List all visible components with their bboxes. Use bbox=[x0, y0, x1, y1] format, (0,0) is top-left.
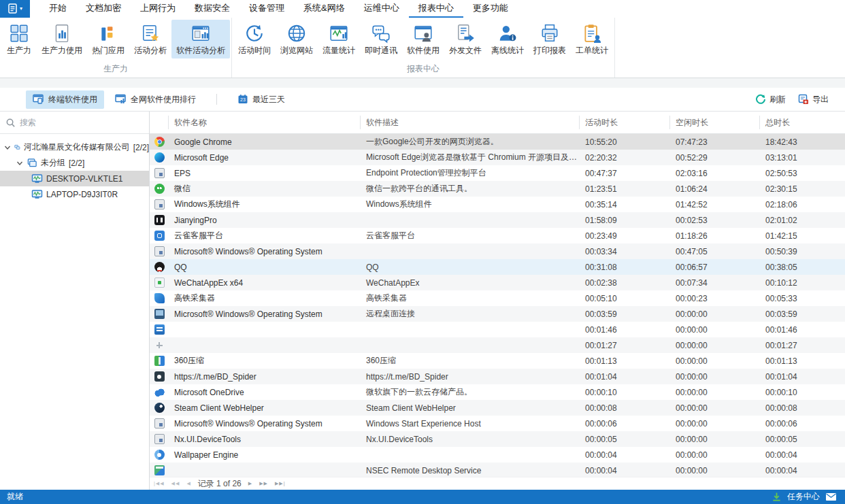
table-row[interactable]: Google Chrome 一款Google公司开发的网页浏览器。 10:55:… bbox=[150, 134, 845, 150]
table-row[interactable]: Microsoft Edge Microsoft Edge浏览器是微软基于 Ch… bbox=[150, 150, 845, 165]
pager-last-button[interactable]: ▶▶| bbox=[275, 481, 286, 486]
software-name: Steam Client WebHelper bbox=[169, 403, 361, 413]
date-filter-label: 最近三天 bbox=[252, 94, 285, 105]
table-row[interactable]: Microsoft® Windows® Operating System 00:… bbox=[150, 243, 845, 259]
header-software-desc[interactable]: 软件描述 bbox=[361, 116, 580, 129]
table-row[interactable]: EPS Endpoint Protection管理控制平台 00:47:37 0… bbox=[150, 165, 845, 181]
tab-terminal-software-usage[interactable]: 终端软件使用 bbox=[26, 90, 104, 109]
ribbon-item-browse-websites[interactable]: 浏览网站 bbox=[276, 20, 318, 58]
ribbon-item-hot-apps[interactable]: 热门应用 bbox=[87, 20, 129, 58]
menu-item[interactable]: 更多功能 bbox=[463, 0, 518, 18]
table-row[interactable]: QQ QQ 00:31:08 00:06:57 00:38:05 bbox=[150, 259, 845, 275]
menu-item[interactable]: 系统&网络 bbox=[294, 0, 354, 18]
software-name: Microsoft OneDrive bbox=[169, 388, 361, 397]
app-menu-button[interactable]: ▾ bbox=[0, 0, 30, 18]
table-row[interactable]: Microsoft® Windows® Operating System 远程桌… bbox=[150, 306, 845, 322]
export-button[interactable]: 导出 bbox=[794, 91, 833, 108]
pager-first-button[interactable]: |◀◀ bbox=[154, 481, 165, 486]
total-duration: 00:05:33 bbox=[760, 294, 845, 303]
active-duration: 00:01:04 bbox=[580, 372, 670, 382]
pager-prev-page-button[interactable]: ◀◀ bbox=[171, 481, 180, 486]
ribbon-item-software-activity-analysis[interactable]: 软件活动分析 bbox=[171, 20, 230, 58]
table-row[interactable]: Nx.UI.DeviceTools Nx.UI.DeviceTools 00:0… bbox=[150, 431, 845, 447]
software-name: Nx.UI.DeviceTools bbox=[169, 435, 361, 444]
ribbon-item-label: 热门应用 bbox=[92, 45, 125, 56]
table-row[interactable]: 云雀客服平台 云雀客服平台 00:23:49 01:18:26 01:42:15 bbox=[150, 228, 845, 243]
table-row[interactable]: 00:01:27 00:00:00 00:01:27 bbox=[150, 337, 845, 353]
ribbon-item-activity-time[interactable]: 活动时间 bbox=[233, 20, 276, 58]
tree-node-terminal[interactable]: LAPTOP-D9J3IT0R bbox=[0, 186, 149, 202]
table-row[interactable]: Wallpaper Engine 00:00:04 00:00:00 00:00… bbox=[150, 447, 845, 463]
message-icon[interactable] bbox=[825, 492, 837, 501]
pager-prev-button[interactable]: ◀ bbox=[186, 481, 190, 486]
terminal-tree-panel: 河北瀚星辰文化传媒有限公司 [2/2] 未分组 [2/2] DESKTOP-VL… bbox=[0, 112, 150, 490]
refresh-button[interactable]: 刷新 bbox=[751, 91, 790, 108]
ribbon-item-ticket-stats[interactable]: 工单统计 bbox=[571, 20, 613, 58]
ribbon-item-label: 离线统计 bbox=[491, 45, 524, 56]
ribbon-item-print-report[interactable]: 打印报表 bbox=[529, 20, 571, 58]
menu-item[interactable]: 数据安全 bbox=[185, 0, 239, 18]
date-filter-button[interactable]: 23 最近三天 bbox=[231, 90, 292, 109]
table-row[interactable]: Microsoft OneDrive 微软旗下的一款云存储产品。 00:00:1… bbox=[150, 384, 845, 400]
tree-node-terminal[interactable]: DESKTOP-VLKTLE1 bbox=[0, 171, 149, 186]
monitor-icon bbox=[31, 173, 43, 184]
table-row[interactable]: 高铁采集器 高铁采集器 00:05:10 00:00:23 00:05:33 bbox=[150, 290, 845, 306]
table-row[interactable]: Steam Client WebHelper Steam Client WebH… bbox=[150, 400, 845, 416]
search-input[interactable] bbox=[20, 118, 144, 127]
idle-duration: 00:00:00 bbox=[670, 403, 760, 413]
hot-apps-icon bbox=[98, 23, 118, 44]
table-row[interactable]: Windows系统组件 Windows系统组件 00:35:14 01:42:5… bbox=[150, 197, 845, 212]
menu-item[interactable]: 设备管理 bbox=[239, 0, 294, 18]
ribbon-item-productivity-usage[interactable]: 生产力使用 bbox=[37, 20, 87, 58]
header-active-duration[interactable]: 活动时长 bbox=[580, 116, 670, 129]
app-icon bbox=[154, 215, 165, 225]
ribbon-group-report-center: 活动时间 浏览网站 流量统计 即时通讯 软件使用 bbox=[232, 18, 615, 78]
task-center-button[interactable]: 任务中心 bbox=[787, 491, 820, 503]
table-row[interactable]: WeChatAppEx x64 WeChatAppEx 00:02:38 00:… bbox=[150, 275, 845, 290]
ribbon-item-label: 生产力使用 bbox=[42, 45, 82, 56]
ribbon-group-label: 生产力 bbox=[1, 63, 230, 78]
menu-item[interactable]: 文档加密 bbox=[76, 0, 131, 18]
table-row[interactable]: Microsoft® Windows® Operating System Win… bbox=[150, 416, 845, 431]
ribbon-item-label: 软件活动分析 bbox=[176, 45, 225, 56]
app-icon bbox=[154, 450, 165, 460]
menu-items: 开始 文档加密 上网行为 数据安全 设备管理 系统&网络 运维中心 报表中心 更… bbox=[39, 0, 518, 18]
traffic-chart-icon bbox=[329, 23, 349, 44]
ribbon-item-software-usage[interactable]: 软件使用 bbox=[402, 20, 444, 58]
idle-duration: 00:00:00 bbox=[670, 466, 760, 475]
ribbon-item-activity-analysis[interactable]: 活动分析 bbox=[129, 20, 171, 58]
software-desc: 高铁采集器 bbox=[361, 292, 580, 304]
idle-duration: 00:00:00 bbox=[670, 341, 760, 350]
total-duration: 02:50:53 bbox=[760, 169, 845, 178]
software-name: WeChatAppEx x64 bbox=[169, 278, 361, 288]
table-row[interactable]: https://t.me/BD_Spider https://t.me/BD_S… bbox=[150, 369, 845, 384]
ribbon-item-traffic-stats[interactable]: 流量统计 bbox=[318, 20, 360, 58]
table-row[interactable]: 360压缩 360压缩 00:01:13 00:00:00 00:01:13 bbox=[150, 353, 845, 369]
network-computers-icon bbox=[14, 142, 20, 152]
table-row[interactable]: 微信 微信一款跨平台的通讯工具。 01:23:51 01:06:24 02:30… bbox=[150, 181, 845, 197]
ribbon-item-outgoing-files[interactable]: 外发文件 bbox=[444, 20, 486, 58]
ribbon-item-instant-messaging[interactable]: 即时通讯 bbox=[360, 20, 402, 58]
table-row[interactable]: JianyingPro 01:58:09 00:02:53 02:01:02 bbox=[150, 212, 845, 228]
header-total-duration[interactable]: 总时长 bbox=[760, 116, 845, 129]
table-row[interactable]: 00:01:46 00:00:00 00:01:46 bbox=[150, 322, 845, 337]
header-idle-duration[interactable]: 空闲时长 bbox=[670, 116, 760, 129]
tree-node-group[interactable]: 未分组 [2/2] bbox=[0, 155, 149, 171]
menu-item[interactable]: 报表中心 bbox=[409, 0, 463, 18]
app-icon bbox=[154, 168, 165, 178]
search-box[interactable] bbox=[0, 112, 149, 134]
active-duration: 00:00:06 bbox=[580, 419, 670, 429]
tab-network-software-ranking[interactable]: 全网软件使用排行 bbox=[108, 90, 203, 109]
menu-item[interactable]: 开始 bbox=[39, 0, 76, 18]
ribbon-item-productivity[interactable]: 生产力 bbox=[1, 20, 37, 58]
tree-node-company[interactable]: 河北瀚星辰文化传媒有限公司 [2/2] bbox=[0, 139, 149, 155]
menu-item[interactable]: 运维中心 bbox=[354, 0, 409, 18]
menu-bar: ▾ 开始 文档加密 上网行为 数据安全 设备管理 系统&网络 运维中心 报表中心… bbox=[0, 0, 845, 18]
ribbon-item-offline-stats[interactable]: 离线统计 bbox=[486, 20, 529, 58]
pager-next-button[interactable]: ▶ bbox=[248, 481, 252, 486]
menu-item[interactable]: 上网行为 bbox=[131, 0, 185, 18]
table-row[interactable]: NSEC Remote Desktop Service 00:00:04 00:… bbox=[150, 463, 845, 477]
header-software-name[interactable]: 软件名称 bbox=[169, 116, 361, 129]
search-icon bbox=[5, 118, 16, 128]
pager-next-page-button[interactable]: ▶▶ bbox=[259, 481, 268, 486]
